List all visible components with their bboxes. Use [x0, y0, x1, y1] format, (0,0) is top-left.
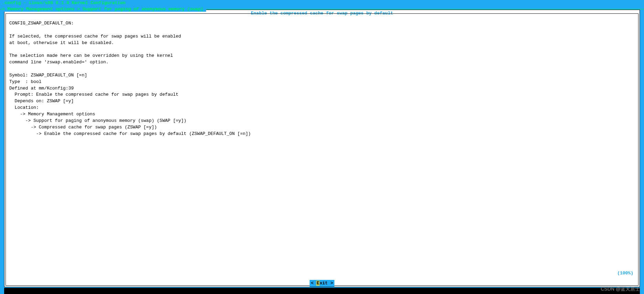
- help-panel: Enable the compressed cache for swap pag…: [4, 10, 640, 287]
- exit-button[interactable]: < Exit >: [310, 280, 334, 287]
- exit-hotkey: E: [316, 281, 320, 286]
- exit-suffix: xit >: [320, 281, 333, 286]
- exit-prefix: <: [311, 281, 316, 286]
- breadcrumb-path: > Memory Management options > Support fo…: [2, 7, 206, 12]
- bottom-bar: [4, 288, 640, 294]
- button-bar: < Exit >: [4, 280, 640, 286]
- window-title: .config - Linux/x86 6.1.0 Kernel Configu…: [0, 0, 644, 6]
- watermark: CSDN @蓝天居士: [601, 286, 640, 293]
- scroll-percent: (100%): [617, 270, 633, 276]
- help-body-text: CONFIG_ZSWAP_DEFAULT_ON: If selected, th…: [4, 17, 640, 140]
- title-text: .config - Linux/x86 6.1.0 Kernel Configu…: [2, 0, 126, 6]
